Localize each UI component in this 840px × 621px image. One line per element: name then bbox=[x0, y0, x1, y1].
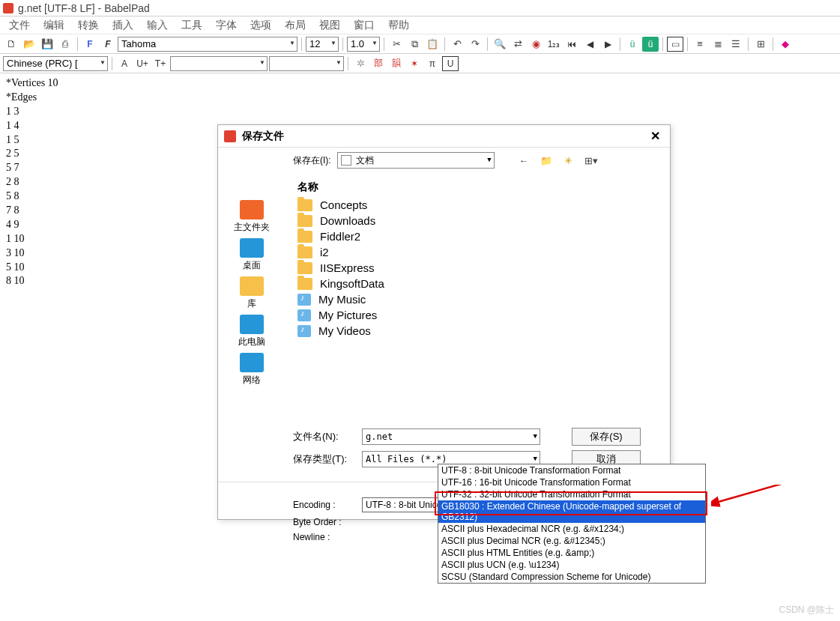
file-list[interactable]: 名称 ConceptsDownloadsFiddler2i2IISExpress… bbox=[285, 178, 662, 339]
undo-icon[interactable]: ↶ bbox=[449, 37, 465, 52]
place-icon bbox=[240, 238, 264, 258]
menu-item-8[interactable]: 布局 bbox=[280, 17, 310, 34]
file-row[interactable]: KingsoftData bbox=[293, 276, 662, 291]
u-diaeresis-boxed-icon[interactable]: ü bbox=[642, 37, 659, 52]
toolbar-secondary: Chinese (PRC) [ A U+ T+ ✲ 部 韻 ✶ π U bbox=[0, 54, 840, 73]
file-row[interactable]: My Pictures bbox=[293, 307, 662, 323]
box-icon[interactable]: ▭ bbox=[667, 37, 683, 52]
u-diaeresis-icon[interactable]: ü bbox=[624, 37, 641, 52]
align-right-icon[interactable]: ☰ bbox=[728, 37, 744, 52]
menu-item-11[interactable]: 帮助 bbox=[384, 17, 414, 34]
view-mode-icon[interactable]: ⊞▾ bbox=[583, 153, 599, 168]
window-icon[interactable]: ⊞ bbox=[752, 37, 769, 52]
place-home[interactable]: 主文件夹 bbox=[234, 200, 270, 234]
separator bbox=[112, 57, 112, 70]
menu-item-7[interactable]: 选项 bbox=[246, 17, 276, 34]
uplus-button[interactable]: U+ bbox=[134, 56, 151, 71]
encoding-option[interactable]: ASCII plus Hexadecimal NCR (e.g. &#x1234… bbox=[438, 523, 705, 535]
language-combo[interactable]: Chinese (PRC) [ bbox=[3, 56, 108, 71]
encoding-option[interactable]: UTF-16 : 16-bit Unicode Transformation F… bbox=[438, 476, 705, 488]
file-row[interactable]: My Videos bbox=[293, 323, 662, 339]
encoding-option[interactable]: SCSU (Standard Compression Scheme for Un… bbox=[438, 571, 705, 583]
dialog-title: 保存文件 bbox=[242, 130, 284, 143]
menu-item-2[interactable]: 转换 bbox=[73, 17, 103, 34]
font-size-combo[interactable]: 12 bbox=[306, 37, 339, 52]
empty-combo-2[interactable] bbox=[269, 56, 344, 71]
menu-item-0[interactable]: 文件 bbox=[4, 17, 34, 34]
place-icon bbox=[240, 276, 264, 296]
file-row[interactable]: IISExpress bbox=[293, 260, 662, 276]
gear-icon[interactable]: ✲ bbox=[352, 56, 369, 71]
encoding-option[interactable]: ASCII plus UCN (e.g. \u1234) bbox=[438, 559, 705, 571]
bold-icon[interactable]: F bbox=[82, 37, 98, 52]
folder-icon bbox=[297, 262, 312, 274]
back-icon[interactable]: ◀ bbox=[581, 37, 598, 52]
cjk-icon-2[interactable]: 韻 bbox=[388, 56, 405, 71]
copy-icon[interactable]: ⧉ bbox=[406, 37, 423, 52]
font-name-combo[interactable]: Tahoma bbox=[118, 37, 297, 52]
encoding-option[interactable]: ASCII plus HTML Entities (e.g. &amp;) bbox=[438, 547, 705, 559]
column-header-name[interactable]: 名称 bbox=[293, 178, 662, 197]
replace-icon[interactable]: ⇄ bbox=[510, 37, 526, 52]
place-thispc[interactable]: 此电脑 bbox=[238, 315, 265, 348]
open-file-icon[interactable]: 📂 bbox=[21, 37, 37, 52]
save-dialog: 保存文件 ✕ 保存在(I): 文档 ← 📁 ✳ ⊞▾ 主文件夹桌面库此电脑网络 … bbox=[217, 124, 671, 520]
paste-icon[interactable]: 📋 bbox=[424, 37, 441, 52]
menu-item-6[interactable]: 字体 bbox=[211, 17, 241, 34]
encoding-option[interactable]: ASCII plus Decimal NCR (e.g. &#12345;) bbox=[438, 535, 705, 547]
redo-icon[interactable]: ↷ bbox=[467, 37, 483, 52]
encoding-option[interactable]: UTF-8 : 8-bit Unicode Transformation For… bbox=[438, 464, 705, 476]
fwd-icon[interactable]: ▶ bbox=[599, 37, 616, 52]
tool-icon-a[interactable]: ◉ bbox=[528, 37, 544, 52]
cjk-icon-1[interactable]: 部 bbox=[370, 56, 387, 71]
encoding-dropdown[interactable]: UTF-8 : 8-bit Unicode Transformation For… bbox=[438, 464, 706, 584]
menu-item-3[interactable]: 插入 bbox=[108, 17, 138, 34]
new-folder-icon[interactable]: ✳ bbox=[560, 153, 577, 168]
file-row[interactable]: i2 bbox=[293, 244, 662, 260]
menu-item-9[interactable]: 视图 bbox=[315, 17, 345, 34]
arrow-annotation bbox=[711, 485, 840, 575]
u-boxed-icon[interactable]: U bbox=[442, 56, 459, 71]
dialog-app-icon bbox=[224, 130, 236, 142]
place-label: 主文件夹 bbox=[234, 221, 270, 234]
filename-input[interactable]: g.net bbox=[362, 428, 540, 445]
a-button[interactable]: A bbox=[116, 56, 133, 71]
save-icon[interactable]: 💾 bbox=[39, 37, 55, 52]
editor-line: *Edges bbox=[6, 91, 834, 105]
line-spacing-combo[interactable]: 1.0 bbox=[347, 37, 380, 52]
menu-item-4[interactable]: 输入 bbox=[142, 17, 172, 34]
menu-item-10[interactable]: 窗口 bbox=[349, 17, 379, 34]
menu-item-5[interactable]: 工具 bbox=[177, 17, 207, 34]
empty-combo-1[interactable] bbox=[170, 56, 268, 71]
erase-icon[interactable]: ◆ bbox=[777, 37, 794, 52]
place-desktop[interactable]: 桌面 bbox=[240, 238, 264, 272]
file-row[interactable]: My Music bbox=[293, 291, 662, 307]
save-in-combo[interactable]: 文档 bbox=[337, 152, 495, 169]
up-folder-icon[interactable]: 📁 bbox=[538, 153, 555, 168]
separator bbox=[662, 37, 663, 51]
cut-icon[interactable]: ✂ bbox=[388, 37, 405, 52]
menu-item-1[interactable]: 编辑 bbox=[39, 17, 69, 34]
save-button[interactable]: 保存(S) bbox=[572, 428, 641, 446]
find-icon[interactable]: 🔍 bbox=[492, 37, 508, 52]
align-center-icon[interactable]: ≣ bbox=[710, 37, 726, 52]
file-row[interactable]: Concepts bbox=[293, 197, 662, 213]
prev-icon[interactable]: ⏮ bbox=[563, 37, 580, 52]
file-row[interactable]: Downloads bbox=[293, 213, 662, 228]
italic-icon[interactable]: F bbox=[100, 37, 116, 52]
dialog-titlebar: 保存文件 ✕ bbox=[218, 125, 670, 148]
place-network[interactable]: 网络 bbox=[240, 353, 264, 387]
cjk-icon-3[interactable]: ✶ bbox=[406, 56, 423, 71]
encoding-option[interactable]: GB18030 : Extended Chinese (Unicode-mapp… bbox=[438, 500, 705, 523]
back-nav-icon[interactable]: ← bbox=[516, 153, 532, 168]
sort-icon[interactable]: 1₂₃ bbox=[546, 37, 562, 52]
tplus-button[interactable]: T+ bbox=[152, 56, 169, 71]
file-row[interactable]: Fiddler2 bbox=[293, 228, 662, 244]
encoding-option[interactable]: UTF-32 : 32-bit Unicode Transformation F… bbox=[438, 488, 705, 500]
save-all-icon[interactable]: ⎙ bbox=[57, 37, 73, 52]
align-left-icon[interactable]: ≡ bbox=[692, 37, 708, 52]
close-icon[interactable]: ✕ bbox=[646, 129, 664, 143]
pi-icon[interactable]: π bbox=[424, 56, 441, 71]
place-library[interactable]: 库 bbox=[240, 276, 264, 310]
new-file-icon[interactable]: 🗋 bbox=[3, 37, 19, 52]
